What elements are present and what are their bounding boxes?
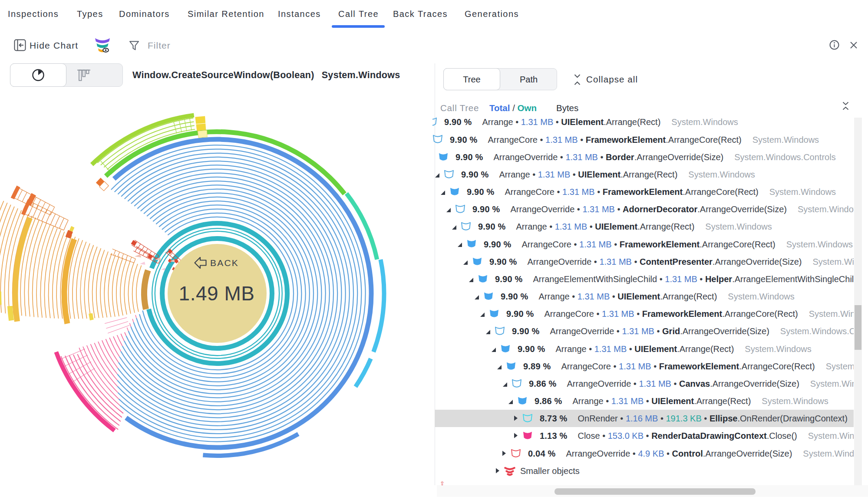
svg-text:BACK: BACK [210, 258, 239, 268]
svg-text:1.49 MB: 1.49 MB [179, 282, 255, 305]
